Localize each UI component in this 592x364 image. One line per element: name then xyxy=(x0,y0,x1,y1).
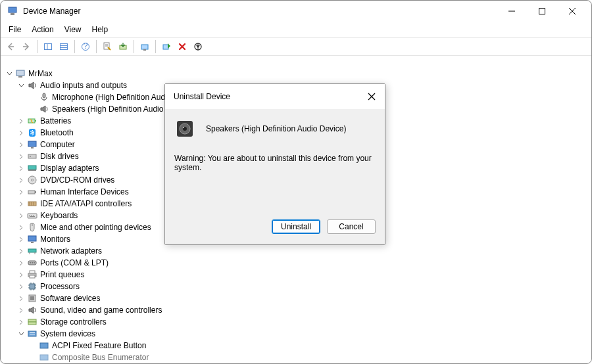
disk-icon xyxy=(27,151,37,162)
svg-rect-23 xyxy=(43,93,45,98)
minimize-button[interactable] xyxy=(497,1,527,22)
tree-label: Mice and other pointing devices xyxy=(40,223,151,232)
menu-file[interactable]: File xyxy=(3,23,26,36)
help-button[interactable]: ? xyxy=(78,39,93,54)
chevron-right-icon[interactable] xyxy=(16,140,26,149)
chevron-right-icon[interactable] xyxy=(16,258,26,267)
tree-category-sound[interactable]: Sound, video and game controllers xyxy=(3,304,591,316)
tree-label: Print queues xyxy=(40,270,84,279)
chevron-right-icon[interactable] xyxy=(16,235,26,244)
toolbar-separator xyxy=(74,40,75,53)
chevron-right-icon[interactable] xyxy=(16,199,26,208)
svg-rect-50 xyxy=(28,249,36,252)
close-button[interactable] xyxy=(557,1,587,22)
computer-root-node[interactable]: MrMax xyxy=(3,68,591,80)
uninstall-dialog: Uninstall Device Speakers (High Definiti… xyxy=(164,83,385,245)
app-icon xyxy=(7,6,18,16)
chevron-right-icon[interactable] xyxy=(16,282,26,291)
menu-action[interactable]: Action xyxy=(26,23,59,36)
chevron-right-icon[interactable] xyxy=(16,246,26,256)
svg-rect-74 xyxy=(30,332,35,333)
chevron-right-icon[interactable] xyxy=(16,128,26,137)
svg-point-31 xyxy=(30,156,31,157)
window-title: Device Manager xyxy=(23,7,497,16)
svg-rect-21 xyxy=(16,70,24,76)
dialog-device-name: Speakers (High Definition Audio Device) xyxy=(206,124,346,133)
svg-rect-37 xyxy=(35,191,36,193)
cancel-button[interactable]: Cancel xyxy=(327,219,376,234)
dvd-icon xyxy=(27,175,37,185)
chevron-right-icon[interactable] xyxy=(16,270,26,279)
network-icon xyxy=(27,246,37,256)
menu-help[interactable]: Help xyxy=(87,23,114,36)
menu-view[interactable]: View xyxy=(59,23,87,36)
svg-rect-0 xyxy=(9,7,16,12)
svg-rect-18 xyxy=(143,49,146,51)
chevron-down-icon[interactable] xyxy=(5,69,14,78)
tree-label: Storage controllers xyxy=(40,317,107,327)
tree-device-acpi[interactable]: ACPI Fixed Feature Button xyxy=(3,340,591,352)
chevron-down-icon[interactable] xyxy=(16,329,26,338)
maximize-button[interactable] xyxy=(527,1,557,22)
svg-point-35 xyxy=(32,179,34,181)
properties-button[interactable] xyxy=(100,39,114,54)
chevron-right-icon[interactable] xyxy=(16,187,26,196)
chevron-down-icon[interactable] xyxy=(16,81,26,90)
title-bar: Device Manager xyxy=(1,1,591,22)
chevron-right-icon[interactable] xyxy=(16,317,26,327)
toolbar-separator xyxy=(134,40,134,53)
chevron-right-icon[interactable] xyxy=(16,306,26,315)
tree-label: Keyboards xyxy=(40,211,78,220)
toolbar-separator xyxy=(155,40,156,53)
disable-device-button[interactable] xyxy=(191,39,205,54)
system-icon xyxy=(27,329,37,339)
tree-category-system[interactable]: System devices xyxy=(3,328,591,340)
svg-rect-45 xyxy=(33,215,34,216)
svg-rect-1 xyxy=(11,13,14,15)
dialog-title: Uninstall Device xyxy=(174,92,230,101)
chevron-right-icon[interactable] xyxy=(16,152,26,161)
tree-category-software[interactable]: Software devices xyxy=(3,292,591,304)
chevron-right-icon[interactable] xyxy=(16,294,26,303)
uninstall-device-button[interactable] xyxy=(175,39,189,54)
svg-rect-8 xyxy=(61,44,68,50)
back-button[interactable] xyxy=(3,39,18,54)
tree-label: Computer xyxy=(40,140,75,149)
scan-button[interactable] xyxy=(137,39,152,54)
enable-device-button[interactable] xyxy=(159,39,174,54)
show-hide-console-button[interactable] xyxy=(41,39,55,54)
tree-category-print[interactable]: Print queues xyxy=(3,269,591,281)
port-icon xyxy=(27,258,37,268)
tree-device-composite[interactable]: Composite Bus Enumerator xyxy=(3,352,591,363)
tree-label: Monitors xyxy=(40,235,70,244)
tree-category-ports[interactable]: Ports (COM & LPT) xyxy=(3,257,591,269)
chevron-right-icon[interactable] xyxy=(16,175,26,185)
chevron-right-icon[interactable] xyxy=(16,211,26,220)
uninstall-button[interactable]: Uninstall xyxy=(272,219,320,234)
svg-point-55 xyxy=(32,262,33,263)
tree-label: Batteries xyxy=(40,116,71,125)
tree-category-network[interactable]: Network adapters xyxy=(3,245,591,257)
svg-point-54 xyxy=(30,262,31,263)
tree-label: Human Interface Devices xyxy=(40,187,129,196)
speaker-icon xyxy=(27,305,37,315)
tree-category-processors[interactable]: Processors xyxy=(3,281,591,292)
tree-label: Audio inputs and outputs xyxy=(40,81,127,90)
tree-category-storage[interactable]: Storage controllers xyxy=(3,316,591,328)
tree-label: Network adapters xyxy=(40,246,102,256)
monitor-icon xyxy=(27,139,37,150)
svg-rect-75 xyxy=(30,334,35,334)
bluetooth-icon xyxy=(27,127,37,138)
chevron-right-icon[interactable] xyxy=(16,116,26,125)
chevron-right-icon[interactable] xyxy=(16,223,26,232)
update-driver-button[interactable] xyxy=(116,39,130,54)
chevron-right-icon[interactable] xyxy=(16,164,26,173)
window-controls xyxy=(497,1,587,22)
svg-rect-30 xyxy=(28,154,36,158)
svg-rect-44 xyxy=(31,215,32,216)
svg-rect-48 xyxy=(28,236,36,241)
tree-label: Sound, video and game controllers xyxy=(40,306,162,315)
view-button[interactable] xyxy=(57,39,71,54)
dialog-close-button[interactable] xyxy=(365,90,378,103)
forward-button[interactable] xyxy=(19,39,34,54)
